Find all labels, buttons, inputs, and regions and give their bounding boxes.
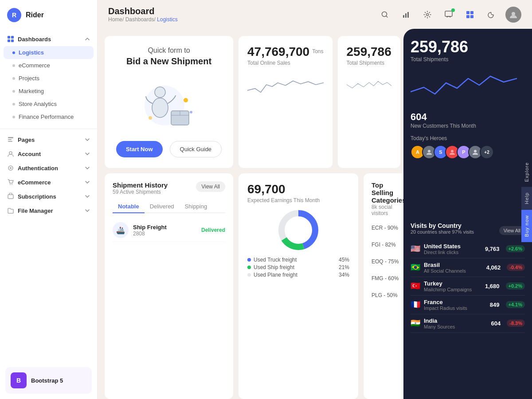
shipment-tabs: Notable Delivered Shipping — [113, 200, 225, 213]
fr-info: France Impact Radius visits — [424, 299, 486, 311]
settings-button[interactable] — [420, 8, 434, 22]
dot — [12, 77, 15, 80]
quick-guide-button[interactable]: Quick Guide — [170, 141, 222, 157]
authentication-group[interactable]: Authentication — [0, 161, 97, 175]
help-button[interactable]: Help — [521, 187, 532, 210]
in-source: Many Sources — [424, 324, 488, 329]
us-info: United States Direct link clicks — [424, 243, 481, 255]
new-customers-dark-label: New Customers This Month — [411, 123, 525, 129]
sidebar-item-ecommerce[interactable]: eCommerce — [0, 59, 97, 72]
sidebar-item-marketing[interactable]: Marketing — [0, 85, 97, 98]
tab-notable[interactable]: Notable — [113, 200, 145, 213]
svg-rect-0 — [8, 36, 10, 39]
bar-fmg-label: FMG - 60% — [372, 275, 403, 282]
tab-delivered[interactable]: Delivered — [145, 200, 180, 213]
breadcrumb: Home/ Dashboards/ Logistics — [108, 16, 178, 23]
categories-title: Top Selling Categories — [372, 181, 403, 204]
total-shipments-card: 259,786 Total Shipments — [338, 36, 400, 168]
sidebar-item-finance-performance[interactable]: Finance Performance — [0, 110, 97, 123]
svg-rect-4 — [8, 137, 13, 138]
tab-shipping[interactable]: Shipping — [180, 200, 213, 213]
chart-button[interactable] — [399, 8, 413, 22]
us-source: Direct link clicks — [424, 250, 481, 255]
bootstrap-label: Bootstrap 5 — [31, 377, 63, 384]
svg-point-28 — [184, 98, 188, 102]
legend-plane: Used Plane freight 34% — [247, 272, 349, 278]
sidebar-item-label: Projects — [19, 75, 39, 82]
new-customers-stat: 604 — [411, 111, 525, 123]
svg-point-23 — [512, 12, 515, 16]
bottom-cards-row: Shipment History 59 Active Shipments Vie… — [105, 173, 396, 399]
logo: R Rider — [0, 0, 97, 30]
heroes-section: Today's Heroes A S — [411, 135, 525, 159]
file-manager-group[interactable]: File Manager — [0, 203, 97, 218]
search-icon — [381, 11, 389, 19]
tr-change: +0.2% — [506, 282, 525, 289]
total-shipments-dark-label: Total Shipments — [411, 56, 525, 63]
hero-title: Bid a New Shipment — [126, 56, 211, 66]
sidebar-item-projects[interactable]: Projects — [0, 72, 97, 85]
user-avatar[interactable] — [505, 7, 521, 23]
search-button[interactable] — [378, 8, 392, 22]
shipment-item-icon: 🚢 — [113, 222, 129, 238]
chevron-down-icon — [85, 165, 90, 171]
subscriptions-group[interactable]: Subscriptions — [0, 189, 97, 203]
svg-point-26 — [152, 98, 168, 117]
country-row-in: 🇮🇳 India Many Sources 604 -8.3% — [411, 314, 525, 333]
fr-source: Impact Radius visits — [424, 305, 486, 311]
sparkline-1 — [247, 71, 324, 98]
chevron-down-icon — [85, 151, 90, 156]
sidebar: R Rider Dashboards Logistics e — [0, 0, 98, 399]
ecommerce-icon — [7, 179, 14, 186]
tr-name: Turkey — [424, 280, 481, 287]
grid-icon — [466, 11, 474, 19]
grid-button[interactable] — [463, 8, 477, 22]
donut-legend: Used Truck freight 45% Used Ship freight… — [247, 257, 349, 278]
bar-fgi: FGI - 82% 12,000 — [372, 239, 403, 251]
sidebar-item-store-analytics[interactable]: Store Analytics — [0, 98, 97, 110]
svg-point-9 — [10, 167, 12, 169]
account-label: Account — [18, 151, 41, 157]
authentication-label: Authentication — [18, 165, 58, 172]
account-group[interactable]: Account — [0, 147, 97, 161]
svg-rect-6 — [8, 141, 12, 142]
bar-plg-label: PLG - 50% — [372, 292, 403, 298]
hero-subtitle: Quick form to — [148, 47, 190, 55]
hero-card: Quick form to Bid a New Shipment — [105, 36, 233, 168]
country-row-us: 🇺🇸 United States Direct link clicks 9,76… — [411, 240, 525, 258]
shipment-history-subtitle: 59 Active Shipments — [113, 189, 168, 195]
svg-rect-5 — [8, 139, 12, 140]
sidebar-item-logistics[interactable]: Logistics — [4, 46, 94, 59]
explore-button[interactable]: Explore — [521, 157, 532, 187]
country-row-br: 🇧🇷 Brasil All Social Channels 4,062 -0.4… — [411, 258, 525, 277]
dashboards-group[interactable]: Dashboards — [0, 32, 97, 46]
stat1-number: 47,769,700 — [247, 45, 309, 59]
right-panel-stats: 259,786 Total Shipments 604 New Customer… — [403, 29, 532, 216]
shipment-view-all-button[interactable]: View All — [196, 181, 225, 192]
categories-card: Top Selling Categories 8k social visitor… — [364, 173, 403, 399]
ecommerce-group[interactable]: eCommerce — [0, 175, 97, 189]
avatar-2-icon — [426, 149, 433, 156]
svg-rect-15 — [405, 13, 407, 18]
chevron-up-icon — [85, 36, 90, 42]
shipment-history-title-group: Shipment History 59 Active Shipments — [113, 181, 168, 195]
buy-now-button[interactable]: Buy now — [521, 210, 532, 242]
legend-truck: Used Truck freight 45% — [247, 257, 349, 263]
notifications-button[interactable] — [442, 8, 456, 22]
chevron-down-icon — [85, 180, 90, 185]
plane-label: Used Plane freight — [254, 272, 297, 278]
us-flag: 🇺🇸 — [411, 244, 420, 254]
svg-point-37 — [474, 150, 477, 153]
us-name: United States — [424, 243, 481, 250]
stat3-label: Expected Earnings This Month — [247, 197, 349, 203]
notification-badge — [451, 8, 455, 12]
account-icon — [7, 150, 14, 157]
pages-group[interactable]: Pages — [0, 133, 97, 147]
header-left: Dashboard Home/ Dashboards/ Logistics — [108, 6, 178, 23]
dark-mode-button[interactable] — [484, 8, 498, 22]
fr-change: +4.1% — [506, 301, 525, 308]
categories-subtitle: 8k social visitors — [372, 204, 403, 216]
shipment-item-status: Delivered — [201, 227, 225, 233]
bootstrap-promo[interactable]: B Bootstrap 5 — [5, 367, 92, 394]
start-now-button[interactable]: Start Now — [116, 141, 163, 157]
